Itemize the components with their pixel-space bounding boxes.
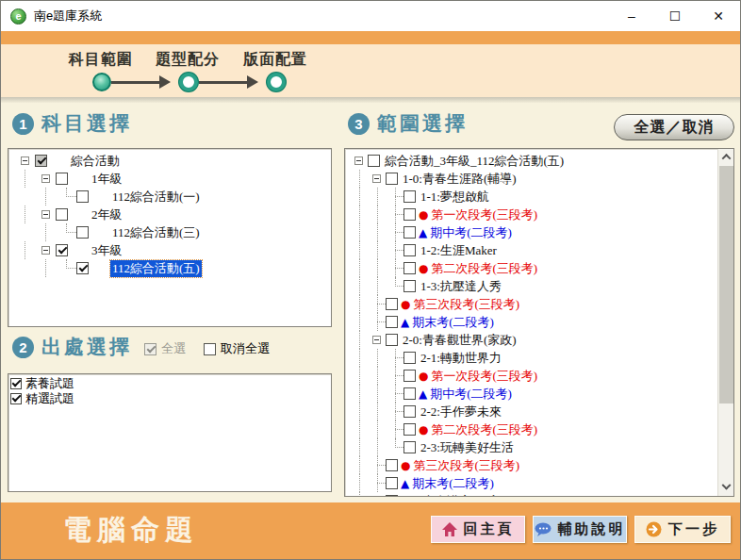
- tree-checkbox[interactable]: [386, 334, 398, 346]
- next-button-label: 下一步: [668, 520, 719, 538]
- tree-item-label[interactable]: 綜合活動_3年級_112綜合活動(五): [383, 153, 566, 170]
- tree-item-label[interactable]: 第三次段考(三段考): [411, 296, 521, 313]
- tree-expander-icon[interactable]: [35, 206, 56, 223]
- tree-checkbox[interactable]: [76, 262, 89, 274]
- tree-checkbox[interactable]: [403, 387, 416, 400]
- tree-expander-icon[interactable]: [368, 170, 386, 188]
- tree-connector: [56, 188, 76, 206]
- tree-item-label[interactable]: 期末考(二段考): [410, 475, 496, 492]
- tree-checkbox[interactable]: [403, 405, 416, 418]
- tree-item-label[interactable]: 2-2:手作夢未來: [419, 404, 503, 420]
- tree-item-label[interactable]: 112綜合活動(五): [110, 260, 202, 277]
- tree-item-label[interactable]: 第二次段考(三段考): [429, 421, 539, 438]
- tree-connector: [386, 438, 403, 456]
- tree-guide: [368, 403, 386, 420]
- tree-item-label[interactable]: 第三次段考(三段考): [411, 457, 521, 474]
- tree-checkbox[interactable]: [403, 370, 416, 382]
- scrollbar-thumb[interactable]: [719, 166, 733, 404]
- tree-item-label[interactable]: 第一次段考(三段考): [429, 368, 539, 385]
- source-item-checkbox[interactable]: [10, 393, 22, 404]
- tree-expander-icon[interactable]: [368, 331, 386, 349]
- tree-checkbox[interactable]: [403, 244, 416, 256]
- tree-checkbox[interactable]: [403, 352, 416, 364]
- select-all-toggle-button[interactable]: 全選／取消: [614, 114, 734, 140]
- tree-row: 2-1:轉動世界力: [345, 349, 718, 367]
- tree-item-label[interactable]: 3年級: [90, 242, 124, 259]
- tree-checkbox[interactable]: [56, 244, 68, 256]
- tree-checkbox[interactable]: [56, 173, 68, 185]
- tree-item-label[interactable]: 2-3:玩轉美好生活: [419, 439, 516, 456]
- tree-checkbox[interactable]: [56, 208, 68, 221]
- tree-guide: [368, 241, 386, 259]
- source-list-box: 素養試題精選試題: [8, 373, 332, 492]
- home-button[interactable]: 回主頁: [431, 516, 525, 543]
- tree-guide: [14, 206, 35, 223]
- scroll-up-icon[interactable]: [718, 149, 733, 165]
- maximize-button[interactable]: ☐: [653, 1, 697, 31]
- tree-expander-icon[interactable]: [368, 492, 386, 497]
- tree-checkbox[interactable]: [403, 190, 416, 203]
- tree-checkbox[interactable]: [403, 423, 416, 436]
- tree-checkbox[interactable]: [368, 155, 380, 167]
- range-tree: 綜合活動_3年級_112綜合活動(五)1-0:青春生涯路(輔導)1-1:夢想啟航…: [345, 149, 718, 497]
- tree-item-label[interactable]: 112綜合活動(三): [110, 224, 202, 241]
- help-button[interactable]: 輔助說明: [533, 516, 627, 543]
- tree-item-label[interactable]: 112綜合活動(一): [110, 189, 202, 206]
- tree-guide: [350, 223, 368, 241]
- tree-row: ●第三次段考(三段考): [345, 456, 718, 474]
- tree-expander-icon[interactable]: [14, 152, 35, 170]
- tree-connector: [368, 295, 386, 313]
- next-step-button[interactable]: 下一步: [634, 516, 731, 543]
- tree-row: 112綜合活動(五): [8, 259, 331, 277]
- tree-item-label[interactable]: 期末考(二段考): [410, 314, 496, 331]
- exam-circle-icon: ●: [419, 370, 428, 383]
- tree-item-label[interactable]: 1-3:抗壓達人秀: [419, 278, 503, 295]
- tree-checkbox[interactable]: [403, 226, 416, 239]
- tree-checkbox[interactable]: [386, 316, 398, 328]
- tree-checkbox[interactable]: [35, 155, 47, 167]
- source-item-label: 精選試題: [25, 390, 74, 407]
- tree-checkbox[interactable]: [403, 208, 416, 221]
- tree-item-label[interactable]: 2年級: [90, 206, 124, 223]
- tree-item-label[interactable]: 第一次段考(三段考): [429, 206, 539, 223]
- deselect-all-checkbox[interactable]: [204, 343, 216, 355]
- close-button[interactable]: ✕: [697, 1, 740, 31]
- tree-checkbox[interactable]: [386, 173, 398, 185]
- tree-row: 綜合活動_3年級_112綜合活動(五): [345, 152, 718, 170]
- tree-item-label[interactable]: 1年級: [90, 171, 124, 188]
- tree-checkbox[interactable]: [403, 441, 416, 453]
- scroll-down-icon[interactable]: [718, 480, 733, 496]
- tree-guide: [350, 492, 368, 497]
- tree-guide: [350, 277, 368, 295]
- tree-checkbox[interactable]: [76, 226, 89, 239]
- tree-item-label[interactable]: 綜合活動: [69, 153, 122, 170]
- tree-checkbox[interactable]: [386, 495, 398, 497]
- tree-item-label[interactable]: 2-1:轉動世界力: [419, 350, 503, 367]
- wizard-steps: 科目範圍 題型配分 版面配置: [1, 44, 740, 97]
- scrollbar[interactable]: [717, 149, 733, 496]
- tree-checkbox[interactable]: [76, 190, 89, 203]
- tree-item-label[interactable]: 期中考(二段考): [428, 224, 514, 241]
- minimize-button[interactable]: –: [610, 1, 653, 31]
- tree-row: ●第一次段考(三段考): [345, 206, 718, 223]
- tree-item-label[interactable]: 1-1:夢想啟航: [419, 189, 491, 206]
- tree-checkbox[interactable]: [386, 477, 398, 489]
- tree-expander-icon[interactable]: [350, 152, 368, 170]
- tree-item-label[interactable]: 第二次段考(三段考): [429, 260, 539, 277]
- tree-item-label[interactable]: 1-0:青春生涯路(輔導): [401, 171, 519, 188]
- tree-expander-icon[interactable]: [35, 241, 56, 259]
- tree-item-label[interactable]: 3-0:青春護家園(童軍): [401, 493, 519, 498]
- tree-guide: [350, 385, 368, 403]
- source-item-checkbox[interactable]: [10, 378, 22, 389]
- tree-checkbox[interactable]: [386, 459, 398, 471]
- tree-item-label[interactable]: 2-0:青春觀世界(家政): [401, 332, 519, 349]
- select-all-checkbox[interactable]: [144, 343, 156, 355]
- tree-guide: [14, 170, 35, 188]
- tree-checkbox[interactable]: [403, 262, 416, 274]
- tree-checkbox[interactable]: [403, 280, 416, 292]
- tree-checkbox[interactable]: [386, 298, 398, 310]
- tree-expander-icon[interactable]: [35, 170, 56, 188]
- tree-item-label[interactable]: 1-2:生涯Maker: [419, 242, 499, 259]
- tree-item-label[interactable]: 期中考(二段考): [428, 386, 514, 403]
- subject-tree-box: 綜合活動1年級112綜合活動(一)2年級112綜合活動(三)3年級112綜合活動…: [8, 148, 332, 327]
